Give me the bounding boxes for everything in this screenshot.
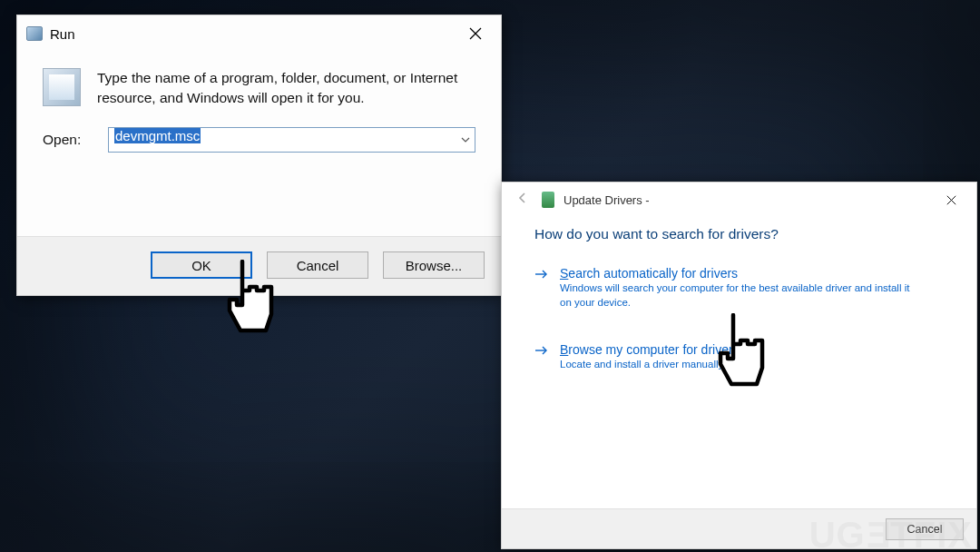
run-titlebar: Run [17,15,501,52]
option-browse-computer[interactable]: Browse my computer for drivers Locate an… [534,342,944,372]
run-description: Type the name of a program, folder, docu… [97,68,475,107]
run-dialog: Run Type the name of a program, folder, … [16,15,502,296]
ok-button[interactable]: OK [151,251,252,279]
update-drivers-heading: How do you want to search for drivers? [534,226,944,242]
arrow-right-icon [534,343,549,372]
option-title: Browse my computer for drivers [560,342,740,357]
run-open-label: Open: [43,132,93,148]
close-icon[interactable] [935,188,967,212]
run-title-left: Run [26,26,75,42]
option-description: Locate and install a driver manually. [560,358,740,372]
arrow-right-icon [534,267,549,310]
option-text-block: Browse my computer for drivers Locate an… [560,342,740,372]
run-buttons: OK Cancel Browse... [17,236,501,295]
update-drivers-dialog: Update Drivers - How do you want to sear… [501,182,977,549]
update-drivers-title-left: Update Drivers - [513,192,650,208]
run-title: Run [50,26,75,42]
run-input[interactable]: devmgmt.msc [108,127,475,153]
option-search-automatically[interactable]: Search automatically for drivers Windows… [534,266,944,310]
run-program-icon [43,68,81,106]
run-input-text: devmgmt.msc [114,128,201,143]
run-input-wrap: devmgmt.msc [108,127,475,153]
run-app-icon [26,26,43,41]
run-open-row: Open: devmgmt.msc [43,127,475,153]
option-title: Search automatically for drivers [560,266,923,281]
option-description: Windows will search your computer for th… [560,281,923,310]
run-body: Type the name of a program, folder, docu… [17,52,501,163]
browse-button[interactable]: Browse... [383,251,485,279]
cancel-button[interactable]: Cancel [267,251,368,279]
option-text-block: Search automatically for drivers Windows… [560,266,923,310]
close-icon[interactable] [457,20,494,47]
run-desc-row: Type the name of a program, folder, docu… [43,68,475,107]
watermark: UGETFIX [809,515,973,552]
update-drivers-titlebar: Update Drivers - [502,182,976,217]
device-icon [542,192,554,208]
back-arrow-icon[interactable] [513,192,533,208]
update-drivers-body: How do you want to search for drivers? S… [502,217,976,372]
update-drivers-title: Update Drivers - [564,193,650,207]
